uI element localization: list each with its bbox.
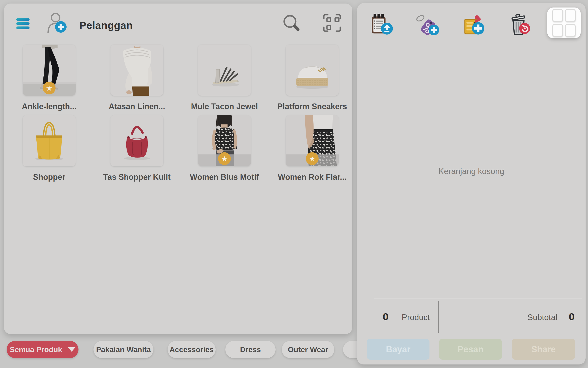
product-tile-shopper[interactable] (23, 115, 76, 166)
category-chip-dress[interactable]: Dress (225, 341, 276, 358)
grid-square-icon (565, 24, 576, 37)
product-count-label: Product (402, 313, 430, 322)
product-tile-ankle-length[interactable]: ★ (23, 45, 76, 96)
hamburger-icon (16, 18, 30, 30)
add-discount-button[interactable] (416, 13, 439, 36)
page-title: Pelanggan (79, 19, 133, 32)
category-chip-semua-produk[interactable]: Semua Produk (7, 341, 79, 358)
menu-button[interactable] (16, 18, 30, 30)
save-order-icon (371, 13, 394, 36)
pos-app: { "header": { "title": "Pelanggan" }, "t… (0, 0, 588, 368)
product-tile-platform-sneakers[interactable] (286, 45, 339, 96)
product-tile-tas-shopper-kulit[interactable] (110, 115, 163, 166)
product-image-red-bag (110, 115, 163, 166)
product-tile-atasan-linen[interactable] (110, 45, 163, 96)
summary-separator (438, 301, 439, 333)
product-tile-women-rok-flar[interactable]: ★ (286, 115, 339, 166)
category-label: Accessories (169, 345, 214, 354)
qr-scan-icon (322, 13, 342, 33)
category-label: Semua Produk (10, 345, 62, 354)
category-chip-outer-wear[interactable]: Outer Wear (282, 341, 334, 358)
star-badge: ★ (218, 152, 231, 165)
cart-empty-message: Keranjang kosong (357, 167, 586, 176)
grid-square-icon (565, 9, 576, 22)
add-customer-button[interactable] (46, 12, 67, 34)
save-order-button[interactable] (371, 13, 394, 36)
cart-panel: Keranjang kosong 0 Product Subtotal 0 Ba… (357, 3, 586, 364)
product-image-tote (23, 115, 76, 166)
product-name: Atasan Linen... (94, 102, 180, 112)
product-image-mule (198, 45, 251, 96)
order-button[interactable]: Pesan (439, 339, 502, 360)
search-icon (282, 14, 301, 32)
product-panel: Pelanggan ★ (4, 4, 352, 334)
pay-button[interactable]: Bayar (367, 339, 429, 360)
subtotal-label: Subtotal (527, 313, 557, 322)
grid-view-button[interactable] (547, 8, 581, 38)
product-name: Ankle-length... (6, 102, 92, 112)
subtotal-value: 0 (569, 311, 575, 323)
product-name: Tas Shopper Kulit (94, 173, 180, 182)
category-label: Dress (240, 345, 261, 354)
add-customer-icon (46, 12, 67, 34)
product-name: Women Rok Flar... (269, 173, 355, 182)
product-name: Shopper (6, 173, 92, 182)
category-label: Pakaian Wanita (96, 345, 151, 354)
product-image-blouse (110, 45, 163, 96)
product-count: 0 (383, 311, 388, 323)
add-note-icon (463, 13, 485, 36)
dropdown-arrow-icon (68, 347, 75, 352)
grid-square-icon (552, 9, 563, 22)
product-name: Mule Tacon Jewel (181, 102, 268, 112)
product-name: Platform Sneakers (269, 102, 355, 112)
product-tile-women-blus-motif[interactable]: ★ (198, 115, 251, 166)
star-badge: ★ (43, 82, 55, 94)
share-button[interactable]: Share (512, 339, 575, 360)
star-badge: ★ (306, 152, 319, 165)
cart-divider (374, 298, 582, 298)
grid-square-icon (552, 24, 563, 37)
clear-cart-button[interactable] (509, 13, 532, 36)
scan-barcode-button[interactable] (322, 13, 342, 33)
category-label: Outer Wear (288, 345, 328, 354)
clear-cart-icon (509, 13, 532, 36)
add-discount-icon (416, 13, 439, 36)
product-name: Women Blus Motif (181, 173, 268, 182)
add-note-button[interactable] (463, 13, 485, 36)
category-chip-pakaian-wanita[interactable]: Pakaian Wanita (93, 341, 153, 358)
category-chip-accessories[interactable]: Accessories (168, 341, 216, 358)
search-button[interactable] (282, 14, 301, 32)
product-image-sneaker (286, 45, 339, 96)
product-tile-mule-tacon[interactable] (198, 45, 251, 96)
